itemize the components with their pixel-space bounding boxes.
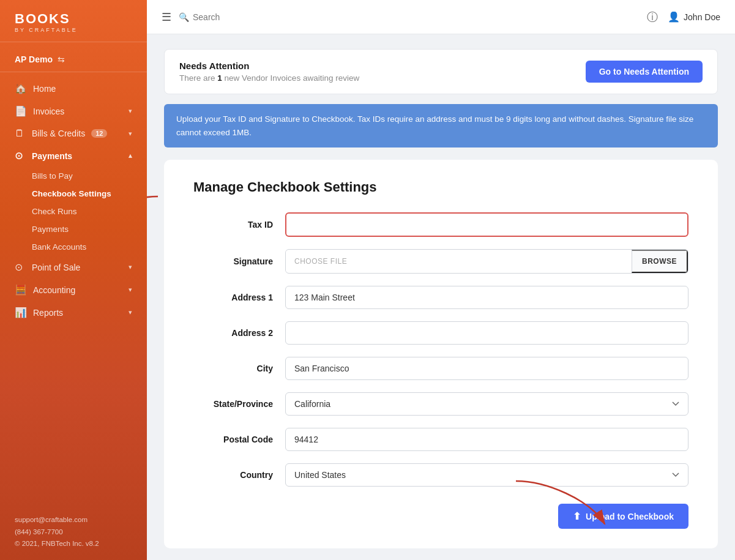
address2-input[interactable] xyxy=(285,321,688,345)
payments-subnav: Bills to Pay Checkbook Settings Check Ru… xyxy=(0,167,147,256)
search-input[interactable] xyxy=(193,12,303,22)
city-label: City xyxy=(193,364,285,373)
logo-area: BOOKS BY CRAFTABLE xyxy=(0,0,147,42)
postal-row: Postal Code xyxy=(193,428,688,451)
pos-icon: ⊙ xyxy=(15,261,26,273)
subnav-payments[interactable]: Payments xyxy=(32,220,147,238)
sidebar-item-payments-label: Payments xyxy=(32,151,72,161)
chevron-down-icon: ▾ xyxy=(129,107,132,115)
address2-row: Address 2 xyxy=(193,321,688,345)
support-phone: (844) 367-7700 xyxy=(15,526,132,539)
tax-id-row: Tax ID xyxy=(193,212,688,237)
invoices-icon: 📄 xyxy=(15,105,27,117)
sidebar-item-invoices[interactable]: 📄 Invoices ▾ xyxy=(0,100,147,122)
needs-attention-title: Needs Attention xyxy=(179,61,359,71)
chevron-down-icon: ▾ xyxy=(129,308,132,316)
reports-icon: 📊 xyxy=(15,307,27,318)
signature-row: Signature CHOOSE FILE BROWSE xyxy=(193,249,688,274)
city-row: City xyxy=(193,357,688,380)
city-field xyxy=(285,357,688,380)
card-title: Manage Checkbook Settings xyxy=(193,179,688,195)
home-icon: 🏠 xyxy=(15,83,27,94)
address1-field xyxy=(285,286,688,309)
copyright: © 2021, FNBTech Inc. v8.2 xyxy=(15,538,132,550)
swap-icon[interactable]: ⇆ xyxy=(58,54,65,64)
file-placeholder: CHOOSE FILE xyxy=(286,251,632,272)
postal-label: Postal Code xyxy=(193,435,285,444)
bills-badge: 12 xyxy=(91,129,107,138)
info-banner: Upload your Tax ID and Signature to Chec… xyxy=(164,104,718,147)
country-label: Country xyxy=(193,470,285,480)
browse-button[interactable]: BROWSE xyxy=(632,250,688,273)
chevron-down-icon: ▾ xyxy=(129,263,132,271)
sidebar-item-bills-credits[interactable]: 🗒 Bills & Credits 12 ▾ xyxy=(0,122,147,144)
subnav-checkbook-settings[interactable]: Checkbook Settings xyxy=(32,185,147,203)
sidebar-item-pos-label: Point of Sale xyxy=(32,263,80,272)
city-input[interactable] xyxy=(285,357,688,380)
logo-title: BOOKS xyxy=(15,12,132,26)
arrow-to-sidebar xyxy=(147,184,164,258)
sidebar-item-point-of-sale[interactable]: ⊙ Point of Sale ▾ xyxy=(0,256,147,278)
go-to-needs-attention-button[interactable]: Go to Needs Attention xyxy=(586,61,703,83)
needs-attention-text: There are 1 new Vendor Invoices awaiting… xyxy=(179,73,359,83)
logo-subtitle: BY CRAFTABLE xyxy=(15,27,132,33)
help-icon[interactable]: ⓘ xyxy=(647,10,658,24)
upload-to-checkbook-button[interactable]: ⬆ Upload to Checkbook xyxy=(558,504,688,529)
state-select[interactable]: California xyxy=(285,392,688,416)
address1-input[interactable] xyxy=(285,286,688,309)
sidebar-footer: support@craftable.com (844) 367-7700 © 2… xyxy=(0,504,147,560)
info-banner-text: Upload your Tax ID and Signature to Chec… xyxy=(176,114,693,137)
sidebar: BOOKS BY CRAFTABLE AP Demo ⇆ 🏠 Home 📄 In… xyxy=(0,0,147,560)
country-select[interactable]: United States xyxy=(285,463,688,487)
file-input-container: CHOOSE FILE BROWSE xyxy=(285,249,688,274)
postal-field xyxy=(285,428,688,451)
sidebar-item-reports-label: Reports xyxy=(33,308,63,318)
sidebar-item-invoices-label: Invoices xyxy=(33,106,64,116)
needs-attention-banner: Needs Attention There are 1 new Vendor I… xyxy=(164,49,718,94)
subnav-bills-to-pay[interactable]: Bills to Pay xyxy=(32,167,147,185)
checkbook-settings-card: Manage Checkbook Settings Tax ID Signatu… xyxy=(164,160,718,548)
state-label: State/Province xyxy=(193,399,285,409)
sidebar-item-home-label: Home xyxy=(33,84,56,94)
needs-attention-info: Needs Attention There are 1 new Vendor I… xyxy=(179,61,359,83)
postal-input[interactable] xyxy=(285,428,688,451)
address1-row: Address 1 xyxy=(193,286,688,309)
subnav-bank-accounts[interactable]: Bank Accounts xyxy=(32,238,147,256)
chevron-down-icon: ▾ xyxy=(129,130,132,138)
search-area: 🔍 xyxy=(179,12,303,22)
address2-label: Address 2 xyxy=(193,328,285,338)
topbar: ☰ 🔍 ⓘ 👤 John Doe xyxy=(147,0,735,34)
state-field: California xyxy=(285,392,688,416)
menu-icon[interactable]: ☰ xyxy=(162,10,171,24)
workspace-name: AP Demo xyxy=(15,54,53,64)
country-row: Country United States xyxy=(193,463,688,487)
subnav-check-runs[interactable]: Check Runs xyxy=(32,203,147,220)
sidebar-item-payments[interactable]: ⊙ Payments ▴ xyxy=(0,144,147,167)
chevron-down-icon: ▾ xyxy=(129,286,132,294)
support-email: support@craftable.com xyxy=(15,514,132,526)
address1-label: Address 1 xyxy=(193,293,285,302)
state-row: State/Province California xyxy=(193,392,688,416)
sidebar-item-reports[interactable]: 📊 Reports ▾ xyxy=(0,301,147,324)
topbar-right: ⓘ 👤 John Doe xyxy=(647,10,720,24)
bills-icon: 🗒 xyxy=(15,128,26,139)
upload-icon: ⬆ xyxy=(573,510,581,522)
accounting-icon: 🧮 xyxy=(15,284,27,296)
sidebar-item-accounting[interactable]: 🧮 Accounting ▾ xyxy=(0,278,147,301)
tax-id-field xyxy=(285,212,688,237)
tax-id-label: Tax ID xyxy=(193,220,285,230)
user-icon: 👤 xyxy=(668,11,680,23)
search-icon: 🔍 xyxy=(179,12,189,22)
user-name: John Doe xyxy=(684,12,720,22)
sidebar-item-home[interactable]: 🏠 Home xyxy=(0,77,147,100)
sidebar-item-accounting-label: Accounting xyxy=(33,285,75,295)
address2-field xyxy=(285,321,688,345)
user-menu[interactable]: 👤 John Doe xyxy=(668,11,720,23)
needs-attention-count: 1 xyxy=(217,73,222,83)
workspace-row[interactable]: AP Demo ⇆ xyxy=(0,50,147,72)
country-field: United States xyxy=(285,463,688,487)
chevron-up-icon: ▴ xyxy=(129,152,132,160)
tax-id-input[interactable] xyxy=(285,212,688,237)
signature-label: Signature xyxy=(193,256,285,266)
signature-field: CHOOSE FILE BROWSE xyxy=(285,249,688,274)
